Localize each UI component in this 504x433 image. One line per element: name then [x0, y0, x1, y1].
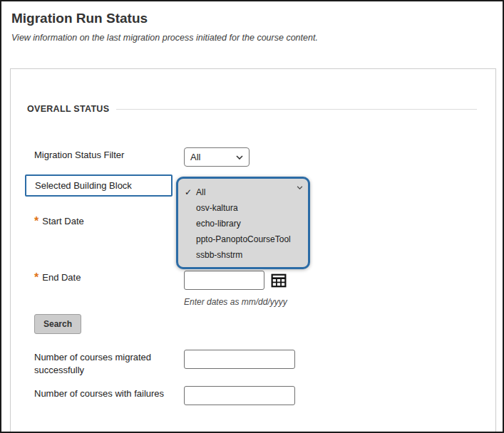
section-heading: OVERALL STATUS	[27, 104, 477, 114]
courses-migrated-label: Number of courses migrated successfully	[34, 351, 180, 377]
dropdown-option-echo-library[interactable]: echo-library	[178, 216, 308, 231]
dropdown-option-label: ssbb-shstrm	[196, 250, 242, 260]
dropdown-option-label: osv-kaltura	[196, 203, 238, 213]
courses-failures-label: Number of courses with failures	[34, 388, 164, 399]
building-block-dropdown: ✓ All osv-kaltura echo-library ppto-Pano…	[176, 177, 310, 269]
dropdown-option-all[interactable]: ✓ All	[178, 184, 308, 200]
courses-migrated-input[interactable]	[184, 350, 295, 369]
section-divider	[116, 109, 477, 110]
required-asterisk: *	[34, 272, 38, 283]
dropdown-option-ppto-panopto[interactable]: ppto-PanoptoCourseTool	[178, 231, 308, 247]
end-date-input[interactable]	[184, 271, 264, 290]
dropdown-option-label: ppto-PanoptoCourseTool	[196, 234, 291, 244]
migration-status-filter-value: All	[190, 152, 200, 162]
calendar-icon	[271, 273, 287, 288]
content-panel: OVERALL STATUS Migration Status Filter A…	[10, 68, 496, 433]
selected-building-block-label: Selected Building Block	[35, 180, 132, 191]
search-button[interactable]: Search	[34, 314, 81, 334]
selected-building-block-label-box: Selected Building Block	[25, 174, 173, 197]
dropdown-option-osv-kaltura[interactable]: osv-kaltura	[178, 200, 308, 216]
page-title: Migration Run Status	[11, 11, 148, 26]
end-date-label: End Date	[42, 272, 81, 283]
dropdown-option-label: echo-library	[196, 219, 241, 229]
section-title: OVERALL STATUS	[27, 104, 109, 114]
required-asterisk: *	[34, 216, 38, 227]
migration-status-filter-label: Migration Status Filter	[34, 150, 124, 160]
page-subtitle: View information on the last migration p…	[11, 33, 318, 43]
courses-failures-input[interactable]	[184, 386, 295, 405]
checkmark-icon: ✓	[185, 184, 192, 200]
date-format-hint: Enter dates as mm/dd/yyyy	[184, 297, 287, 307]
migration-status-filter-select[interactable]: All	[184, 147, 250, 167]
migration-run-status-page: Migration Run Status View information on…	[0, 0, 504, 433]
dropdown-option-ssbb-shstrm[interactable]: ssbb-shstrm	[178, 247, 308, 263]
dropdown-option-label: All	[196, 187, 205, 197]
start-date-label: Start Date	[42, 216, 84, 226]
end-date-calendar-button[interactable]	[269, 271, 289, 291]
end-date-row: * End Date	[34, 272, 81, 283]
chevron-down-icon	[236, 155, 243, 160]
start-date-row: * Start Date	[34, 216, 84, 227]
